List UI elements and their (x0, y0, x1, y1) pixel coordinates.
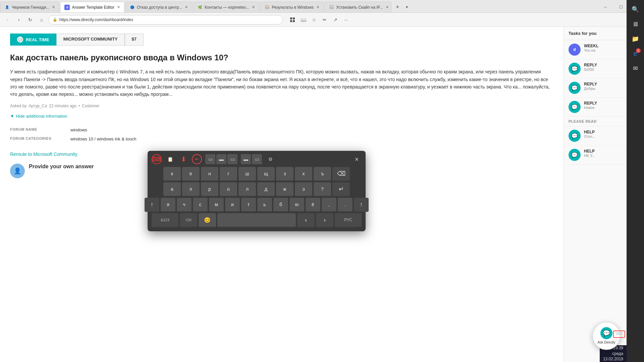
key-т[interactable]: т (241, 198, 256, 212)
back-button[interactable]: ‹ (3, 15, 12, 24)
key-shift-left[interactable]: ↑ (145, 198, 159, 212)
menu-icon[interactable]: ··· (341, 15, 351, 24)
share-icon[interactable]: ↗ (331, 15, 340, 24)
layout-btn-3[interactable]: ▭ (227, 154, 237, 164)
keyboard-close-button[interactable]: ✕ (352, 155, 362, 164)
key-ё[interactable]: ё (306, 198, 320, 212)
web-notes-icon[interactable]: ✏ (320, 15, 329, 24)
key-м[interactable]: м (209, 198, 224, 212)
key-ш[interactable]: х (295, 167, 312, 181)
extensions-icon[interactable] (288, 15, 297, 24)
key-и[interactable]: и (225, 198, 240, 212)
key-language[interactable]: РУС (335, 213, 362, 227)
win-task-view-icon[interactable]: 🖥 (629, 17, 642, 31)
svg-rect-8 (621, 332, 623, 333)
tab-close-6[interactable]: ✕ (386, 5, 389, 9)
svg-rect-2 (290, 20, 292, 22)
key-ы[interactable]: р (201, 182, 218, 196)
key-г[interactable]: з (276, 167, 293, 181)
key-period[interactable]: . (338, 198, 353, 212)
tab-close-2[interactable]: ✕ (117, 5, 120, 9)
tab-close-3[interactable]: ✕ (185, 5, 188, 9)
tab-close-5[interactable]: ✕ (316, 5, 319, 9)
key-comma[interactable]: , (322, 198, 336, 212)
key-с[interactable]: с (193, 198, 208, 212)
keyboard-arrow-down[interactable]: ⬇ (178, 154, 189, 164)
win-edge-icon[interactable]: e 2 (629, 47, 642, 60)
key-nav-left[interactable]: ‹ (297, 213, 315, 227)
tab-favicon-5: 🪟 (264, 5, 270, 10)
key-е[interactable]: ш (238, 167, 256, 181)
forum-table: FORUM NAME windows FORUM CATEGORIES wind… (10, 125, 553, 143)
key-ц[interactable]: е (182, 167, 200, 181)
key-numbers[interactable]: &123 (152, 213, 178, 227)
forum-name-value: windows (70, 127, 87, 132)
win-keyboard-icon[interactable] (613, 330, 625, 338)
hide-info-link[interactable]: ▼ Hide additional information (10, 114, 553, 119)
tab-contacts[interactable]: 🌿 Контакты — espmeteo... ✕ (193, 2, 259, 12)
key-ctrl[interactable]: Ctrl (180, 213, 197, 227)
url-bar[interactable]: 🔒 https://www.directly.com/dashboard/ind… (48, 15, 283, 24)
key-backspace[interactable]: ⌫ (332, 167, 350, 181)
key-о[interactable]: ж (276, 182, 293, 196)
key-у[interactable]: н (201, 167, 218, 181)
key-question[interactable]: ? (314, 182, 331, 196)
keyboard-copy-icon[interactable]: 📋 (165, 154, 175, 164)
key-н[interactable]: щ (257, 167, 275, 181)
tab-real-time[interactable]: 💬 REAL TIME (10, 34, 56, 46)
key-б[interactable]: б (273, 198, 288, 212)
key-л[interactable]: э (295, 182, 312, 196)
key-п[interactable]: л (238, 182, 256, 196)
win-search-icon[interactable]: 🔍 (629, 3, 642, 16)
favorites-icon[interactable]: ☆ (309, 15, 319, 24)
svg-rect-5 (617, 332, 618, 333)
tab-close-4[interactable]: ✕ (252, 5, 255, 9)
key-shift-right[interactable]: ↑ (354, 198, 369, 212)
reading-view-icon[interactable]: 📖 (299, 15, 308, 24)
key-к[interactable]: г (220, 167, 237, 181)
forward-button[interactable]: › (14, 15, 23, 24)
question-meta: Asked by Артур_Са 22 minutes ago • Custo… (10, 104, 553, 108)
layout-btn-1[interactable]: ▭ (205, 154, 215, 164)
new-tab-button[interactable]: + (392, 2, 403, 12)
home-button[interactable]: ⌂ (37, 15, 46, 24)
key-enter[interactable]: ↵ (332, 182, 350, 196)
tab-otkaz[interactable]: 🔵 Отказ доступа в центр... ✕ (125, 2, 192, 12)
keyboard-mode-icon[interactable]: ⌨ (152, 154, 162, 164)
key-ч[interactable]: ч (177, 198, 192, 212)
keyboard-rows: к е н г ш щ з х ъ ⌫ а п р о л (152, 167, 362, 227)
tab-microsoft-community[interactable]: MICROSOFT COMMUNITY (56, 34, 125, 46)
tab-close-1[interactable]: ✕ (52, 5, 55, 9)
key-й[interactable]: к (163, 167, 181, 181)
minimize-button[interactable]: ─ (598, 2, 613, 12)
tab-results[interactable]: 🪟 Результаты в Windows ✕ (260, 2, 324, 12)
key-а[interactable]: о (220, 182, 237, 196)
keyboard-active-icon[interactable]: ✏ (192, 154, 202, 164)
key-ь[interactable]: ь (257, 198, 272, 212)
key-ю[interactable]: ю (289, 198, 304, 212)
refresh-button[interactable]: ↻ (25, 15, 35, 24)
tab-overflow-button[interactable]: ▾ (403, 2, 411, 12)
key-nav-right[interactable]: › (316, 213, 333, 227)
key-emoji[interactable]: 😊 (199, 213, 216, 227)
svg-rect-3 (293, 20, 295, 22)
layout-group-2: ▬ ▭ (241, 154, 262, 164)
layout-btn-4[interactable]: ▬ (241, 154, 251, 164)
tab-dollar[interactable]: $7 (125, 34, 144, 46)
key-partial-left[interactable]: а (163, 182, 181, 196)
key-я[interactable]: я (161, 198, 175, 212)
layout-btn-2[interactable]: ▬ (216, 154, 226, 164)
win-outlook-icon[interactable]: ✉ (629, 62, 642, 75)
key-space[interactable] (217, 213, 296, 227)
key-ф[interactable]: п (182, 182, 200, 196)
key-щ[interactable]: ъ (314, 167, 331, 181)
keyboard-settings-icon[interactable]: ⚙ (265, 154, 275, 164)
tab-answer-template[interactable]: d Answer Template Editor ✕ (60, 2, 124, 12)
layout-btn-5[interactable]: ▭ (252, 154, 262, 164)
win-file-explorer-icon[interactable]: 📁 (629, 32, 642, 46)
ask-directly-label: Ask Directly (598, 341, 615, 345)
key-р[interactable]: д (257, 182, 275, 196)
sidebar-avatar-reply3: 💬 (569, 101, 581, 113)
tab-skype[interactable]: 🪟 Установить Скайп на iP... ✕ (324, 2, 391, 12)
tab-chernikov[interactable]: 👤 Черников Геннади... ✕ (0, 2, 59, 12)
